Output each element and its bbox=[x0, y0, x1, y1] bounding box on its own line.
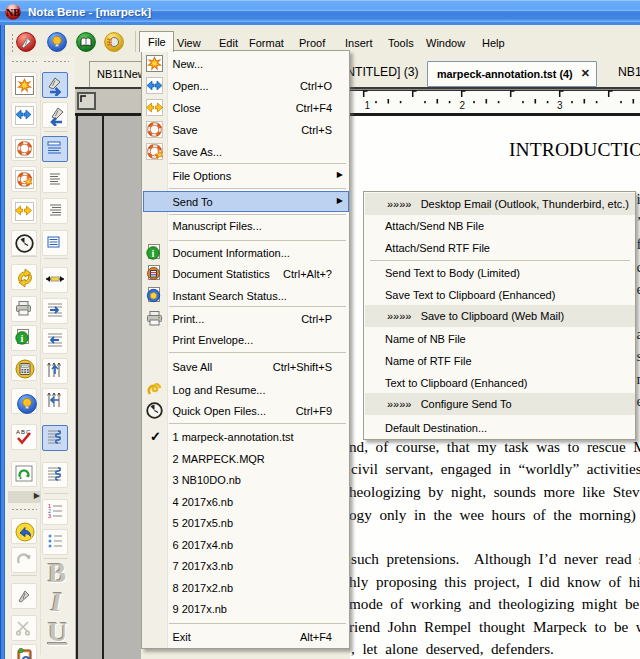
svg-text:i: i bbox=[20, 332, 23, 343]
svg-text:i: i bbox=[152, 247, 155, 258]
svg-text:3: 3 bbox=[48, 513, 51, 519]
svg-text:NB: NB bbox=[6, 7, 20, 18]
